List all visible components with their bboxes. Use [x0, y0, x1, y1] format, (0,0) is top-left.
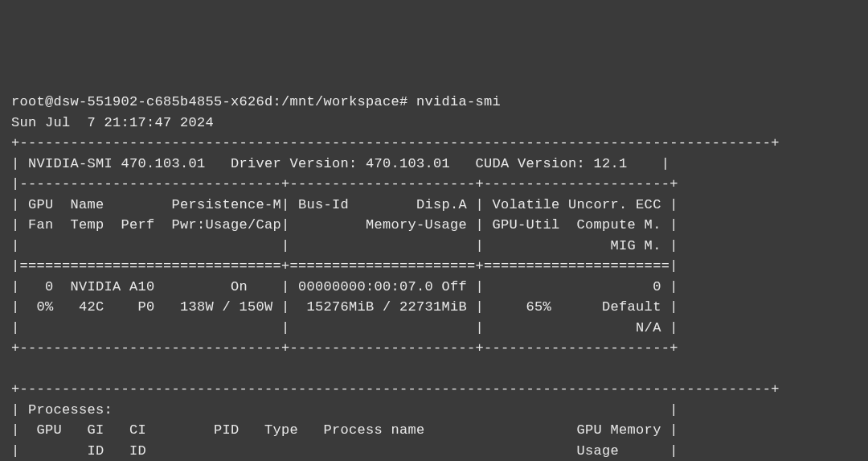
- prompt-line: root@dsw-551902-c685b4855-x626d:/mnt/wor…: [11, 94, 501, 109]
- proc-header: | Processes: |: [11, 402, 678, 418]
- gpu-row-3: | | | N/A |: [11, 320, 678, 335]
- blank-line: [11, 361, 780, 377]
- proc-cols-1: | GPU GI CI PID Type Process name GPU Me…: [11, 422, 678, 438]
- border-mid: +-------------------------------+-------…: [11, 340, 678, 356]
- col-header-1: | GPU Name Persistence-M| Bus-Id Disp.A …: [11, 197, 678, 212]
- gpu-row-2: | 0% 42C P0 138W / 150W | 15276MiB / 227…: [11, 299, 678, 315]
- datetime-line: Sun Jul 7 21:17:47 2024: [11, 115, 214, 130]
- proc-top: +---------------------------------------…: [11, 381, 780, 397]
- border-top: +---------------------------------------…: [11, 135, 780, 150]
- gpu-row-1: | 0 NVIDIA A10 On | 00000000:00:07.0 Off…: [11, 279, 678, 294]
- terminal-output: root@dsw-551902-c685b4855-x626d:/mnt/wor…: [11, 92, 857, 461]
- table-sep: |===============================+=======…: [11, 258, 678, 274]
- header-sep: |-------------------------------+-------…: [11, 176, 678, 191]
- col-header-2: | Fan Temp Perf Pwr:Usage/Cap| Memory-Us…: [11, 217, 678, 233]
- col-header-3: | | | MIG M. |: [11, 238, 678, 253]
- proc-cols-2: | ID ID Usage |: [11, 443, 678, 459]
- header-line: | NVIDIA-SMI 470.103.01 Driver Version: …: [11, 156, 669, 171]
